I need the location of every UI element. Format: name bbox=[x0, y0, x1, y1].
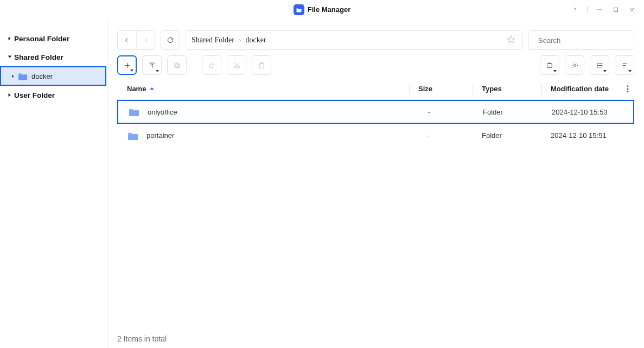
file-table: Name Size Types Modification date bbox=[117, 78, 634, 330]
svg-point-27 bbox=[597, 65, 597, 65]
cut-button[interactable] bbox=[227, 55, 246, 75]
svg-marker-5 bbox=[507, 36, 514, 43]
column-separator bbox=[541, 84, 542, 94]
chevron-right-icon bbox=[5, 36, 14, 41]
new-button[interactable] bbox=[117, 55, 137, 75]
column-separator bbox=[409, 84, 410, 94]
maximize-icon[interactable] bbox=[611, 5, 620, 14]
svg-rect-13 bbox=[175, 63, 178, 67]
upload-button[interactable] bbox=[142, 55, 162, 75]
sidebar-item-label: User Folder bbox=[14, 91, 55, 99]
close-icon[interactable] bbox=[628, 5, 636, 14]
svg-point-34 bbox=[627, 91, 629, 92]
sidebar-item-label: Shared Folder bbox=[14, 53, 63, 61]
tools-button[interactable] bbox=[540, 55, 559, 75]
dropdown-caret-icon bbox=[628, 70, 632, 72]
chevron-right-icon bbox=[5, 93, 14, 97]
titlebar: File Manager bbox=[0, 0, 644, 20]
move-button[interactable] bbox=[202, 55, 221, 75]
file-size: - bbox=[418, 131, 473, 140]
svg-rect-2 bbox=[614, 8, 618, 11]
svg-point-26 bbox=[597, 63, 597, 64]
file-date: 2024-12-10 15:53 bbox=[552, 108, 633, 116]
breadcrumb-segment[interactable]: Shared Folder bbox=[192, 36, 234, 45]
main-panel: Shared Folder › docker bbox=[107, 20, 644, 348]
toolbar bbox=[117, 55, 634, 75]
folder-icon bbox=[127, 131, 139, 141]
sort-button[interactable] bbox=[615, 55, 634, 75]
path-bar[interactable]: Shared Folder › docker bbox=[186, 30, 522, 50]
sidebar-item-personal-folder[interactable]: Personal Folder bbox=[0, 29, 107, 48]
nav-back-forward bbox=[117, 30, 155, 50]
copy-button[interactable] bbox=[167, 55, 187, 75]
search-box[interactable] bbox=[528, 30, 634, 50]
folder-icon bbox=[128, 107, 140, 117]
status-text: 2 Items in total bbox=[117, 334, 167, 343]
file-type: Folder bbox=[483, 108, 543, 116]
file-name: onlyoffice bbox=[148, 108, 177, 116]
column-separator bbox=[473, 84, 473, 94]
search-input[interactable] bbox=[538, 36, 629, 45]
svg-point-22 bbox=[573, 64, 576, 66]
svg-point-33 bbox=[627, 88, 629, 90]
column-header-date[interactable]: Modification date bbox=[551, 85, 621, 93]
table-row[interactable]: onlyoffice - Folder 2024-12-10 15:53 bbox=[117, 100, 634, 124]
sidebar-item-label: docker bbox=[31, 72, 53, 80]
refresh-button[interactable] bbox=[161, 31, 180, 49]
svg-rect-12 bbox=[176, 64, 180, 68]
sidebar-item-shared-folder[interactable]: Shared Folder bbox=[0, 48, 107, 66]
star-icon[interactable] bbox=[507, 35, 515, 46]
forward-button[interactable] bbox=[136, 31, 155, 49]
app-icon bbox=[294, 4, 304, 15]
svg-point-32 bbox=[627, 85, 629, 87]
window-title: File Manager bbox=[308, 5, 350, 14]
back-button[interactable] bbox=[118, 31, 136, 49]
status-bar: 2 Items in total bbox=[117, 330, 634, 348]
window-controls bbox=[571, 0, 636, 19]
sidebar-item-docker[interactable]: docker bbox=[0, 66, 106, 86]
column-header-size[interactable]: Size bbox=[418, 85, 473, 93]
breadcrumb-segment[interactable]: docker bbox=[246, 36, 266, 45]
dropdown-caret-icon bbox=[130, 69, 133, 72]
svg-rect-14 bbox=[209, 64, 213, 67]
chevron-down-icon bbox=[5, 55, 14, 59]
sidebar-item-user-folder[interactable]: User Folder bbox=[0, 86, 107, 104]
column-header-label: Name bbox=[127, 85, 146, 93]
column-header-name[interactable]: Name bbox=[127, 85, 409, 93]
sort-asc-icon bbox=[149, 85, 155, 93]
dropdown-caret-icon bbox=[156, 70, 159, 72]
view-list-button[interactable] bbox=[590, 55, 609, 75]
column-header-types[interactable]: Types bbox=[482, 85, 541, 93]
refresh-group bbox=[161, 30, 180, 50]
nav-row: Shared Folder › docker bbox=[117, 20, 634, 50]
dropdown-caret-icon bbox=[553, 70, 557, 72]
separator bbox=[587, 6, 588, 14]
minimize-icon[interactable] bbox=[595, 5, 604, 14]
svg-rect-21 bbox=[547, 64, 552, 67]
settings-button[interactable] bbox=[565, 55, 584, 75]
svg-point-28 bbox=[597, 67, 597, 67]
file-date: 2024-12-10 15:51 bbox=[551, 131, 634, 140]
folder-share-icon bbox=[17, 72, 28, 80]
table-body: onlyoffice - Folder 2024-12-10 15:53 bbox=[117, 100, 634, 148]
sidebar: Personal Folder Shared Folder docker Use… bbox=[0, 20, 107, 348]
paste-button[interactable] bbox=[252, 55, 271, 75]
file-size: - bbox=[419, 108, 474, 116]
chevron-right-icon bbox=[9, 74, 17, 78]
file-type: Folder bbox=[482, 131, 541, 140]
dropdown-caret-icon bbox=[603, 70, 607, 72]
help-icon[interactable] bbox=[571, 5, 579, 14]
table-row[interactable]: portainer - Folder 2024-12-10 15:51 bbox=[117, 124, 634, 148]
column-menu-button[interactable] bbox=[621, 85, 634, 93]
chevron-right-icon: › bbox=[239, 36, 241, 45]
svg-point-0 bbox=[575, 11, 576, 11]
sidebar-item-label: Personal Folder bbox=[14, 35, 69, 43]
table-header: Name Size Types Modification date bbox=[117, 78, 634, 100]
title-wrap: File Manager bbox=[294, 4, 350, 15]
file-name: portainer bbox=[146, 131, 174, 140]
